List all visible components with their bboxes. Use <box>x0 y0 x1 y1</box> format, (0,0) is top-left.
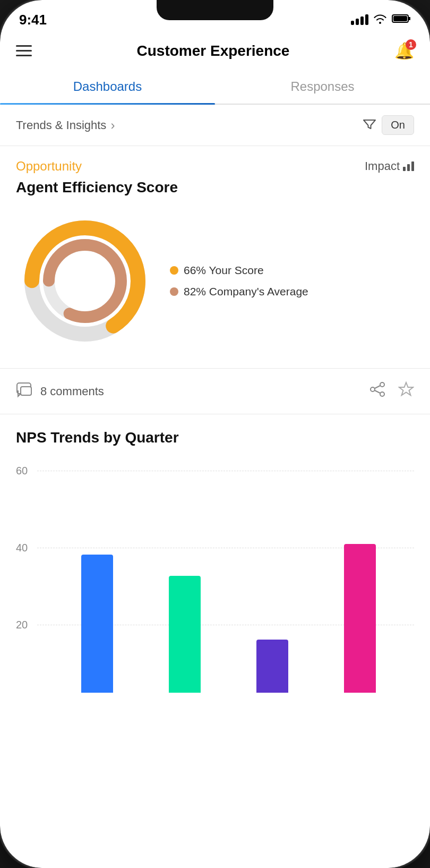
your-score-dot <box>170 266 178 275</box>
notch <box>157 0 273 20</box>
wifi-icon <box>373 13 388 27</box>
notification-button[interactable]: 🔔 1 <box>394 41 414 60</box>
your-score-label: 66% Your Score <box>184 264 264 277</box>
nps-title: NPS Trends by Quarter <box>16 429 414 446</box>
filter-control[interactable]: On <box>363 115 414 135</box>
battery-icon <box>392 13 411 27</box>
company-avg-dot <box>170 287 178 296</box>
svg-line-13 <box>375 390 380 393</box>
impact-label: Impact <box>365 159 414 173</box>
legend-your-score: 66% Your Score <box>170 264 308 277</box>
legend-company-avg: 82% Company's Average <box>170 285 308 298</box>
widget-header: Opportunity Impact <box>16 159 414 174</box>
y-label-40: 40 <box>16 542 28 554</box>
bar-q1-rect <box>81 555 113 693</box>
breadcrumb-row: Trends & Insights › On <box>0 105 430 146</box>
breadcrumb-text: Trends & Insights <box>16 118 106 132</box>
comments-count: 8 comments <box>40 385 104 398</box>
comments-left[interactable]: 8 comments <box>16 382 104 401</box>
svg-marker-14 <box>399 382 413 395</box>
impact-bars-icon <box>403 161 414 171</box>
status-icons <box>351 13 411 27</box>
comment-icon <box>16 382 34 401</box>
svg-line-12 <box>375 386 380 388</box>
bars-container <box>42 459 414 693</box>
hamburger-menu-button[interactable] <box>16 45 32 56</box>
status-time: 9:41 <box>19 12 47 28</box>
app-header: Customer Experience 🔔 1 <box>0 32 430 70</box>
bar-q1 <box>81 555 113 693</box>
widget-title: Agent Efficiency Score <box>16 179 414 196</box>
bar-q3-rect <box>256 640 288 693</box>
svg-point-9 <box>380 382 384 387</box>
signal-icon <box>351 14 368 25</box>
star-icon[interactable] <box>398 381 414 401</box>
nps-section: NPS Trends by Quarter 60 40 20 <box>0 414 430 708</box>
comments-actions <box>369 381 414 401</box>
breadcrumb[interactable]: Trends & Insights › <box>16 118 115 133</box>
svg-point-10 <box>380 392 384 396</box>
svg-rect-1 <box>393 16 407 21</box>
opportunity-label: Opportunity <box>16 159 82 174</box>
svg-point-11 <box>371 387 375 392</box>
share-icon[interactable] <box>369 382 385 401</box>
bar-q2 <box>169 576 201 693</box>
tab-responses[interactable]: Responses <box>215 70 430 104</box>
page-title: Customer Experience <box>137 42 290 59</box>
donut-legend: 66% Your Score 82% Company's Average <box>170 264 308 298</box>
bar-q2-rect <box>169 576 201 693</box>
bar-q4-rect <box>344 544 376 693</box>
company-avg-label: 82% Company's Average <box>184 285 308 298</box>
phone-screen: 9:41 <box>0 0 430 868</box>
breadcrumb-arrow-icon: › <box>110 118 115 133</box>
phone-frame: 9:41 <box>0 0 430 868</box>
nps-chart-area: 60 40 20 <box>16 459 414 693</box>
filter-on-badge: On <box>382 115 414 135</box>
donut-chart <box>16 212 154 350</box>
agent-efficiency-widget: Opportunity Impact Agent Efficiency Scor… <box>0 146 430 369</box>
donut-svg <box>16 212 154 350</box>
bar-q4 <box>344 544 376 693</box>
tab-active-indicator <box>0 103 215 105</box>
bar-q3 <box>256 640 288 693</box>
svg-rect-2 <box>408 17 410 20</box>
tab-bar: Dashboards Responses <box>0 70 430 105</box>
svg-rect-8 <box>21 387 31 395</box>
notification-badge: 1 <box>406 39 416 50</box>
y-label-20: 20 <box>16 619 28 631</box>
filter-icon <box>363 118 376 133</box>
y-label-60: 60 <box>16 465 28 477</box>
comments-row: 8 comments <box>0 369 430 414</box>
donut-chart-row: 66% Your Score 82% Company's Average <box>16 207 414 355</box>
tab-dashboards[interactable]: Dashboards <box>0 70 215 104</box>
